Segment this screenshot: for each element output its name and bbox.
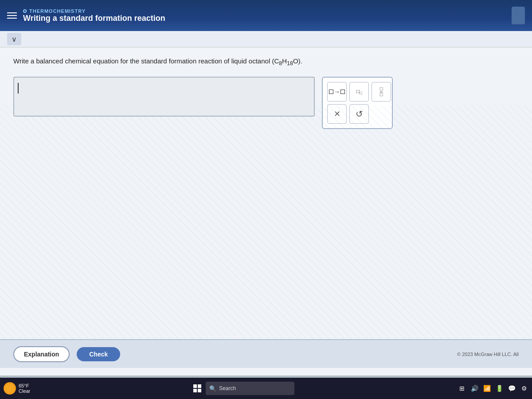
answer-area: → □□ □ □ bbox=[13, 77, 519, 129]
header: THERMOCHEMISTRY Writing a standard forma… bbox=[0, 0, 532, 31]
clear-button[interactable] bbox=[327, 104, 347, 124]
taskbar-icon-4[interactable]: 🔋 bbox=[495, 384, 504, 393]
weather-icon bbox=[4, 382, 16, 395]
weather-condition: Clear bbox=[19, 388, 30, 394]
taskbar-icon-5[interactable]: 💬 bbox=[507, 384, 516, 393]
taskbar-icon-1[interactable]: ⊞ bbox=[458, 384, 466, 393]
taskbar-weather: 65°F Clear bbox=[4, 382, 30, 395]
header-text-block: THERMOCHEMISTRY Writing a standard forma… bbox=[23, 8, 165, 23]
question-text: Write a balanced chemical equation for t… bbox=[13, 56, 519, 68]
x-icon bbox=[334, 109, 340, 119]
taskbar-icon-3[interactable]: 📶 bbox=[482, 384, 491, 393]
taskbar-icon-6[interactable]: ⚙ bbox=[520, 384, 528, 393]
taskbar-search-bar[interactable]: 🔍 Search bbox=[206, 382, 294, 395]
arrow-button[interactable]: → bbox=[327, 82, 347, 102]
search-label: Search bbox=[219, 385, 236, 391]
text-cursor bbox=[18, 83, 19, 94]
search-icon: 🔍 bbox=[209, 385, 216, 392]
subscript-button[interactable]: □□ bbox=[349, 82, 369, 102]
chevron-down-button[interactable]: ∨ bbox=[7, 33, 21, 45]
fraction-button[interactable]: □ □ bbox=[372, 82, 391, 102]
explanation-button[interactable]: Explanation bbox=[13, 346, 70, 362]
undo-button[interactable] bbox=[349, 104, 369, 124]
taskbar: 65°F Clear 🔍 Search ⊞ 🔊 📶 🔋 💬 ⚙ bbox=[0, 378, 532, 399]
copyright-text: © 2023 McGraw Hill LLC. All bbox=[457, 352, 519, 357]
temperature: 65°F bbox=[19, 383, 30, 388]
bottom-bar: Explanation Check © 2023 McGraw Hill LLC… bbox=[0, 339, 532, 368]
chevron-bar: ∨ bbox=[0, 31, 532, 47]
toolbar-empty-cell bbox=[372, 104, 391, 124]
background-pattern bbox=[0, 105, 532, 349]
undo-icon bbox=[356, 109, 363, 119]
header-title: Writing a standard formation reaction bbox=[23, 14, 165, 23]
menu-icon[interactable] bbox=[7, 12, 17, 19]
header-right-panel bbox=[512, 7, 525, 24]
taskbar-right: ⊞ 🔊 📶 🔋 💬 ⚙ bbox=[458, 384, 528, 393]
taskbar-icon-2[interactable]: 🔊 bbox=[470, 384, 479, 393]
windows-logo-icon bbox=[193, 384, 201, 392]
main-content: Write a balanced chemical equation for t… bbox=[0, 47, 532, 376]
weather-info: 65°F Clear bbox=[19, 383, 30, 394]
taskbar-center: 🔍 Search bbox=[33, 382, 455, 395]
check-button[interactable]: Check bbox=[77, 347, 120, 361]
header-subject: THERMOCHEMISTRY bbox=[23, 8, 165, 14]
toolbar-panel: → □□ □ □ bbox=[322, 77, 393, 129]
subject-dot-icon bbox=[23, 9, 27, 13]
equation-input-box[interactable] bbox=[13, 77, 315, 117]
windows-start-button[interactable] bbox=[193, 384, 201, 392]
